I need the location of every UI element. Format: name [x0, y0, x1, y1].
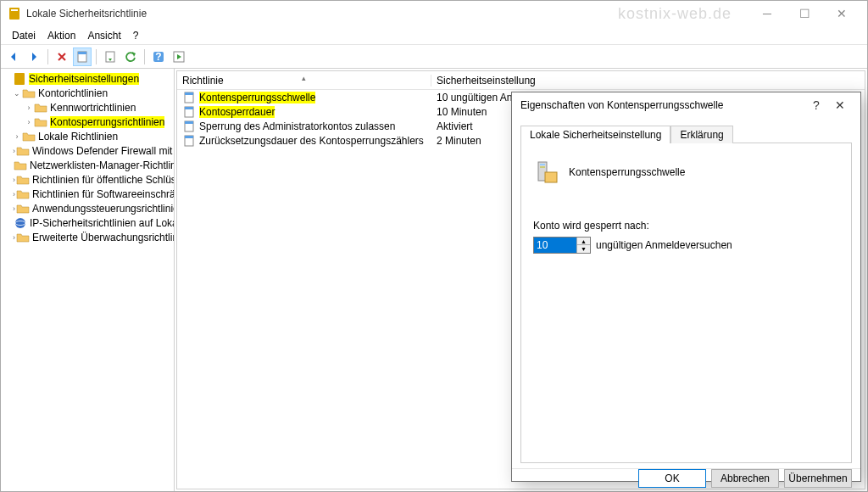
- svg-rect-12: [185, 92, 193, 95]
- menubar: Datei Aktion Ansicht ?: [1, 26, 867, 45]
- column-policy[interactable]: ▴Richtlinie: [177, 75, 431, 87]
- svg-rect-14: [185, 107, 193, 109]
- window-title: Lokale Sicherheitsrichtlinie: [26, 8, 618, 20]
- app-icon: [8, 7, 21, 20]
- field-unit: ungültigen Anmeldeversuchen: [596, 239, 732, 251]
- folder-icon: [14, 159, 27, 172]
- tree-password-policies[interactable]: › Kennwortrichtlinien: [1, 100, 174, 115]
- column-setting[interactable]: Sicherheitseinstellung: [431, 75, 541, 87]
- shield-icon: [13, 72, 26, 86]
- folder-icon: [16, 173, 30, 187]
- spinner-up-icon[interactable]: ▲: [577, 238, 590, 245]
- spinner-down-icon[interactable]: ▼: [577, 245, 590, 253]
- menu-help[interactable]: ?: [127, 28, 145, 43]
- tree-advanced-audit[interactable]: › Erweiterte Überwachungsrichtlinienkc: [1, 230, 174, 244]
- policy-icon: [182, 91, 196, 104]
- svg-text:?: ?: [155, 51, 161, 63]
- threshold-input[interactable]: [534, 238, 576, 253]
- svg-rect-3: [78, 52, 86, 54]
- svg-rect-22: [545, 172, 557, 182]
- folder-icon: [16, 231, 30, 244]
- back-button[interactable]: [4, 48, 23, 66]
- properties-dialog: Eigenschaften von Kontensperrungsschwell…: [511, 92, 861, 482]
- titlebar: Lokale Sicherheitsrichtlinie kostnix-web…: [1, 1, 867, 26]
- folder-icon: [34, 101, 47, 115]
- dialog-footer: OK Abbrechen Übernehmen: [512, 468, 860, 488]
- tree-software-restriction[interactable]: › Richtlinien für Softwareeinschränkung: [1, 187, 174, 201]
- tree-lockout-policies[interactable]: › Kontosperrungsrichtlinien: [1, 115, 174, 129]
- folder-icon: [22, 87, 36, 100]
- dialog-titlebar: Eigenschaften von Kontensperrungsschwell…: [512, 92, 860, 118]
- folder-icon: [34, 115, 47, 129]
- tab-security-setting[interactable]: Lokale Sicherheitseinstellung: [520, 126, 670, 143]
- tree-public-key[interactable]: › Richtlinien für öffentliche Schlüssel: [1, 172, 174, 187]
- svg-rect-21: [540, 166, 545, 168]
- folder-icon: [16, 144, 30, 158]
- tab-page: Kontensperrungsschwelle Konto wird gespe…: [520, 143, 852, 463]
- play-button[interactable]: [170, 48, 188, 66]
- policy-icon: [182, 120, 196, 133]
- expand-icon[interactable]: ›: [25, 118, 33, 126]
- dialog-help-button[interactable]: ?: [804, 92, 828, 118]
- policy-icon: [182, 105, 196, 119]
- policy-icon: [182, 134, 196, 148]
- watermark: kostnix-web.de: [618, 5, 748, 23]
- globe-icon: [14, 216, 27, 230]
- folder-icon: [22, 130, 36, 143]
- expand-icon[interactable]: ›: [13, 190, 15, 198]
- tree-firewall[interactable]: › Windows Defender Firewall mit erweit: [1, 143, 174, 158]
- cancel-button[interactable]: Abbrechen: [711, 469, 779, 488]
- svg-rect-1: [11, 9, 18, 11]
- expand-icon[interactable]: ›: [13, 147, 15, 155]
- ok-button[interactable]: OK: [638, 469, 706, 488]
- tree-ip-security[interactable]: IP-Sicherheitsrichtlinien auf Lokaler C: [1, 215, 174, 230]
- tree-app-control[interactable]: › Anwendungssteuerungsrichtlinien: [1, 201, 174, 215]
- expand-icon[interactable]: ›: [13, 176, 15, 184]
- menu-view[interactable]: Ansicht: [81, 28, 126, 43]
- delete-button[interactable]: [53, 48, 71, 66]
- help-button[interactable]: ?: [149, 48, 168, 66]
- field-label: Konto wird gesperrt nach:: [533, 220, 839, 232]
- expand-icon[interactable]: ⌄: [13, 89, 21, 98]
- tree-pane: Sicherheitseinstellungen ⌄ Kontorichtlin…: [1, 69, 175, 491]
- maximize-button[interactable]: ☐: [786, 1, 823, 26]
- close-button[interactable]: ✕: [823, 1, 860, 26]
- menu-action[interactable]: Aktion: [42, 28, 81, 43]
- refresh-button[interactable]: [121, 48, 140, 66]
- forward-button[interactable]: [25, 48, 43, 66]
- export-button[interactable]: [101, 48, 120, 66]
- svg-rect-18: [185, 136, 193, 138]
- expand-icon[interactable]: ›: [13, 204, 15, 213]
- expand-icon[interactable]: ›: [25, 103, 33, 112]
- apply-button[interactable]: Übernehmen: [784, 469, 852, 488]
- folder-icon: [16, 187, 30, 201]
- svg-rect-8: [14, 73, 25, 85]
- svg-rect-20: [540, 164, 545, 165]
- expand-icon[interactable]: ›: [13, 132, 21, 141]
- folder-icon: [16, 202, 30, 215]
- dialog-title: Eigenschaften von Kontensperrungsschwell…: [520, 99, 804, 111]
- list-header: ▴Richtlinie Sicherheitseinstellung: [177, 71, 865, 90]
- properties-button[interactable]: [73, 48, 92, 66]
- menu-file[interactable]: Datei: [6, 28, 42, 43]
- sort-indicator-icon: ▴: [302, 74, 306, 82]
- svg-point-9: [15, 218, 25, 228]
- dialog-heading: Kontensperrungsschwelle: [569, 166, 685, 178]
- tab-explanation[interactable]: Erklärung: [670, 126, 732, 143]
- minimize-button[interactable]: ─: [748, 1, 786, 26]
- toolbar: ?: [1, 45, 867, 69]
- expand-icon[interactable]: ›: [13, 233, 15, 242]
- threshold-spinner[interactable]: ▲ ▼: [533, 237, 591, 254]
- tree-account-policies[interactable]: ⌄ Kontorichtlinien: [1, 86, 174, 100]
- server-icon: [533, 159, 560, 186]
- dialog-close-button[interactable]: ✕: [828, 92, 852, 118]
- tree-network-list[interactable]: Netzwerklisten-Manager-Richtlinien: [1, 158, 174, 172]
- tree-local-policies[interactable]: › Lokale Richtlinien: [1, 129, 174, 143]
- dialog-tabs: Lokale Sicherheitseinstellung Erklärung: [520, 125, 852, 143]
- svg-rect-16: [185, 121, 193, 124]
- tree-root[interactable]: Sicherheitseinstellungen: [1, 71, 174, 86]
